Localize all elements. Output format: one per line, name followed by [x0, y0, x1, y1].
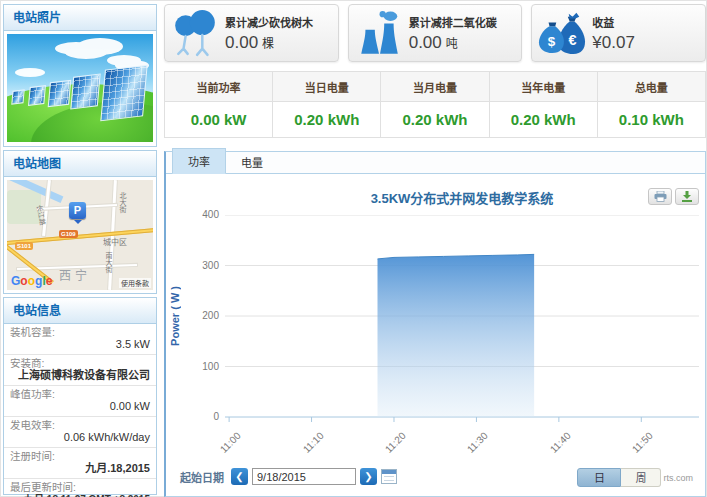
station-map[interactable]: 长江路 北大街 南大街 城中区 西宁 G109 S101 P Google 使用…: [7, 180, 153, 290]
main-content: 累计减少砍伐树木 0.00棵 累计减排二氧化碳 0.00吨: [164, 4, 706, 497]
money-bags-icon: € $: [538, 9, 586, 57]
stats-value: 0.00 kW: [165, 102, 273, 138]
x-tick-label: 11:20: [383, 430, 408, 455]
google-logo[interactable]: Google: [11, 274, 52, 288]
info-label: 峰值功率:: [10, 388, 150, 400]
info-row: 装机容量: 3.5 kW: [4, 324, 156, 355]
start-date-label: 起始日期: [180, 469, 224, 485]
photo-panel: 电站照片: [3, 4, 157, 147]
info-list: 装机容量: 3.5 kW 安装商: 上海硕博科教设备有限公司 峰值功率: 0.0…: [4, 324, 156, 497]
date-controls: 起始日期 ❮ ❯: [180, 468, 397, 485]
info-value: 九月.18 11:27,GMT +8,2015: [10, 493, 150, 497]
info-value: 0.00 kW: [10, 400, 150, 413]
info-label: 装机容量:: [10, 326, 150, 338]
x-tick-label: 11:30: [465, 430, 490, 455]
calendar-icon[interactable]: [381, 469, 397, 484]
stats-header: 当年电量: [489, 72, 597, 102]
print-chart-button[interactable]: [648, 188, 672, 205]
range-buttons: 日 周 rts.com: [577, 468, 693, 487]
y-tick-label: 0: [166, 411, 219, 422]
range-week-button[interactable]: 周: [621, 468, 661, 487]
stats-value: 0.20 kWh: [489, 102, 597, 138]
info-panel: 电站信息 装机容量: 3.5 kW 安装商: 上海硕博科教设备有限公司 峰值功率…: [3, 297, 157, 495]
summary-cards: 累计减少砍伐树木 0.00棵 累计减排二氧化碳 0.00吨: [164, 4, 706, 62]
x-axis-labels: 11:0011:1011:2011:3011:4011:50: [225, 424, 699, 458]
print-icon: [654, 188, 667, 206]
x-tick-label: 11:40: [548, 430, 573, 455]
cloud-shape: [15, 68, 45, 77]
stats-header-row: 当前功率 当日电量 当月电量 当年电量 总电量: [165, 72, 706, 102]
stats-value: 0.20 kWh: [381, 102, 489, 138]
card-value: 0.00: [409, 33, 442, 52]
info-label: 发电效率:: [10, 419, 150, 431]
stats-value: 0.10 kWh: [597, 102, 705, 138]
card-trees-saved: 累计减少砍伐树木 0.00棵: [164, 4, 339, 62]
stats-value: 0.20 kWh: [273, 102, 381, 138]
tab-energy[interactable]: 电量: [226, 150, 278, 174]
x-tick-label: 11:50: [630, 430, 655, 455]
svg-text:€: €: [569, 32, 577, 48]
stats-header: 当日电量: [273, 72, 381, 102]
y-axis-labels: 0100200300400: [166, 215, 219, 417]
cloud-shape: [65, 46, 107, 59]
y-tick-label: 400: [166, 209, 219, 220]
x-tick-label: 11:10: [300, 430, 325, 455]
trees-icon: [171, 9, 219, 57]
info-row: 最后更新时间: 九月.18 11:27,GMT +8,2015: [4, 479, 156, 497]
card-value: 0.00: [225, 33, 258, 52]
card-unit: 吨: [446, 37, 458, 51]
card-unit: 棵: [262, 37, 274, 51]
stats-header: 当前功率: [165, 72, 273, 102]
map-city-label: 西宁: [59, 266, 91, 283]
info-value: 上海硕博科教设备有限公司: [10, 369, 150, 382]
dashboard-page: 电站照片 电站地图: [0, 0, 707, 497]
chart-tab-bar: 功率 电量: [166, 152, 705, 174]
download-chart-button[interactable]: [675, 188, 699, 205]
start-date-input[interactable]: [252, 468, 356, 485]
road-badge-s101: S101: [15, 242, 33, 250]
card-label: 累计减排二氧化碳: [409, 14, 497, 30]
map-district-label: 城中区: [103, 236, 127, 247]
card-co2-reduced: 累计减排二氧化碳 0.00吨: [348, 4, 523, 62]
plot-area: [225, 215, 699, 417]
y-tick-label: 200: [166, 310, 219, 321]
chart-panel: 功率 电量 3.5KW分布式并网发电教学系统: [164, 151, 706, 497]
info-row: 注册时间: 九月.18,2015: [4, 448, 156, 479]
card-label: 累计减少砍伐树木: [225, 14, 313, 30]
range-day-button[interactable]: 日: [577, 468, 621, 487]
map-street-label: 北大街: [117, 192, 127, 213]
info-row: 安装商: 上海硕博科教设备有限公司: [4, 355, 156, 386]
chart-body: 3.5KW分布式并网发电教学系统: [166, 174, 705, 496]
solar-panel-shape: [100, 65, 147, 122]
solar-panel-shape: [28, 85, 46, 106]
info-label: 安装商:: [10, 357, 150, 369]
info-panel-title: 电站信息: [4, 298, 156, 324]
chart-toolbar: [648, 188, 699, 205]
road-badge-g109: G109: [59, 230, 78, 238]
svg-text:$: $: [548, 34, 556, 49]
tab-power[interactable]: 功率: [172, 148, 226, 174]
y-tick-label: 100: [166, 361, 219, 372]
map-parking-marker[interactable]: P: [69, 202, 86, 219]
previous-day-button[interactable]: ❮: [231, 468, 248, 485]
download-icon: [681, 188, 693, 206]
next-day-button[interactable]: ❯: [360, 468, 377, 485]
info-row: 发电效率: 0.06 kWh/kW/day: [4, 417, 156, 448]
x-tick-label: 11:00: [218, 430, 243, 455]
solar-panel-shape: [70, 73, 100, 109]
solar-panel-shape: [11, 89, 24, 104]
chart-watermark: rts.com: [663, 473, 693, 483]
solar-panel-shape: [48, 80, 72, 107]
card-revenue: € $ 收益 ¥0.07: [531, 4, 706, 62]
info-value: 0.06 kWh/kW/day: [10, 431, 150, 444]
chart-title: 3.5KW分布式并网发电教学系统: [225, 188, 699, 207]
y-tick-label: 300: [166, 260, 219, 271]
info-label: 最后更新时间:: [10, 481, 150, 493]
card-label: 收益: [592, 14, 639, 30]
map-panel: 电站地图 长江路 北大街 南大街 城中区 西宁 G109: [3, 150, 157, 294]
map-terms-link[interactable]: 使用条款: [119, 278, 151, 288]
map-street-label: 南大街: [103, 252, 113, 273]
stats-header: 总电量: [597, 72, 705, 102]
station-photo: [7, 34, 153, 142]
sidebar: 电站照片 电站地图: [3, 4, 157, 495]
